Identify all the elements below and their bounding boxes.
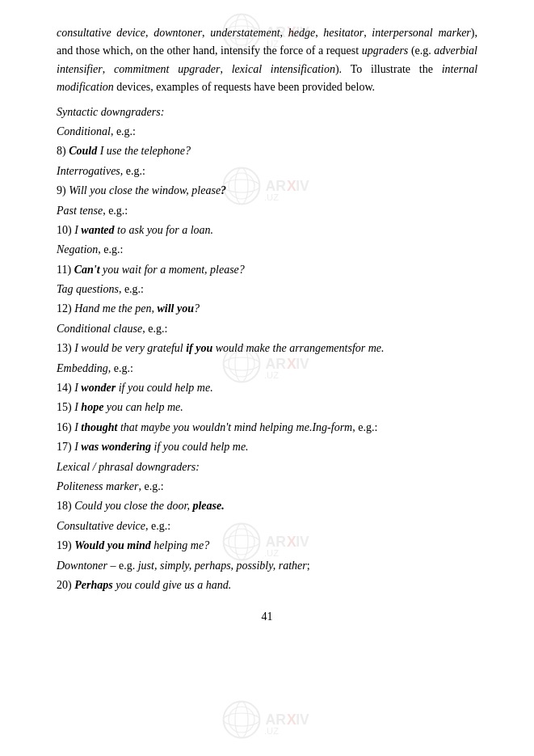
lexical-phrasal-header: Lexical / phrasal downgraders: [57,458,477,476]
bold-please: please. [192,500,224,512]
term-upgraders: upgraders [362,44,409,57]
italic-perhaps: Perhaps [74,579,112,591]
conditional-label: Conditional [57,125,111,137]
consultative-device-header: Consultative device, e.g.: [57,517,477,535]
svg-text:.UZ: .UZ [264,726,279,736]
ex20-rest: you could give us a hand. [116,579,231,591]
ex19-rest: helping me? [153,539,209,551]
term-hedge: hedge [288,27,315,39]
svg-text:X: X [287,712,296,728]
term-consultative: consultative device [57,27,145,39]
lexical-phrasal-label: Lexical / phrasal downgraders: [57,461,200,473]
example-11: 11) Can't you wait for a moment, please? [57,261,477,279]
svg-text:IV: IV [296,712,309,728]
bold-perhaps: Perhaps [74,579,112,591]
italic-could: Could [69,145,97,157]
example-9: 9) Will you close the window, please? [57,182,477,200]
watermark-5: AR X IV .UZ [219,695,316,747]
tag-questions-header: Tag questions, e.g.: [57,281,477,298]
bold-hope: hope [81,401,103,413]
downtoner-examples: just, simply, perhaps, possibly, rather [138,560,307,572]
bold-will-you: will you [157,302,194,315]
example-18: 18) Could you close the door, please. [57,497,477,515]
ex11-text: Can't you wait for a moment, please? [74,264,245,276]
ex12-text: Hand me the pen, will you? [74,302,200,315]
embedding-header: Embedding, e.g.: [57,360,477,378]
term-lexical: lexical intensification [232,63,335,75]
svg-point-32 [223,702,259,738]
bold-could: Could [69,145,97,157]
main-text: consultative device, downtoner, understa… [57,24,477,594]
example-10: 10) I wanted to ask you for a loan. [57,222,477,239]
bold-would-you-mind: Would you mind [74,539,151,551]
ex16-text: I thought that maybe you wouldn't mind h… [74,421,312,433]
example-16: 16) I thought that maybe you wouldn't mi… [57,419,477,437]
ex18-text: Could you close the door, please. [74,500,224,512]
downtoner-label: Downtoner [57,560,107,572]
page-number: 41 [57,610,477,623]
syntactic-label: Syntactic downgraders: [57,106,164,118]
interrogatives-header: Interrogatives, e.g.: [57,163,477,180]
bold-was-wondering: was wondering [81,441,151,453]
term-commitment: commitment upgrader [114,63,220,75]
politeness-marker-label: Politeness marker [57,480,138,492]
ex13-text: I would be very grateful if you would ma… [74,342,384,354]
example-15: 15) I hope you can help me. [57,399,477,416]
example-13: 13) I would be very grateful if you woul… [57,340,477,357]
downtoner-header: Downtoner – e.g. just, simply, perhaps, … [57,557,477,575]
example-8: 8) Could I use the telephone? [57,142,477,160]
negation-label: Negation [57,243,98,256]
ex15-text: I hope you can help me. [74,401,183,413]
bold-cant: Can't [74,264,100,276]
bold-if-you: if you [186,342,212,354]
past-tense-label: Past tense [57,205,103,217]
term-understatement: understatement [210,27,280,39]
example-12: 12) Hand me the pen, will you? [57,300,477,318]
syntactic-downgraders-header: Syntactic downgraders: [57,103,477,121]
svg-point-33 [229,707,254,733]
ex10-text: I wanted to ask you for a loan. [74,224,213,236]
negation-header: Negation, e.g.: [57,241,477,259]
conditional-clause-label: Conditional clause [57,323,142,335]
term-interpersonal: interpersonal marker [372,27,471,39]
example-17: 17) I was wondering if you could help me… [57,438,477,456]
interrogatives-label: Interrogatives [57,165,120,177]
svg-text:AR: AR [265,712,286,728]
ing-form-label: Ing-form [312,421,352,433]
conditional-clause-header: Conditional clause, e.g.: [57,320,477,338]
tag-questions-label: Tag questions [57,283,119,295]
ex9-text: Will you close the window, please? [69,184,226,196]
term-hesitator: hesitator [323,27,364,39]
bold-wonder: wonder [81,382,116,394]
example-20: 20) Perhaps you could give us a hand. [57,577,477,594]
ex8-text: I use the telephone? [100,145,191,157]
embedding-label: Embedding [57,362,108,374]
ex14-text: I wonder if you could help me. [74,382,213,394]
consultative-device-label: Consultative device [57,520,145,532]
svg-point-34 [235,702,248,738]
example-19: 19) Would you mind helping me? [57,537,477,555]
page: AR X IV .UZ AR X IV .UZ AR X IV .UZ [0,0,534,756]
example-14: 14) I wonder if you could help me. [57,379,477,397]
term-downtoner: downtoner [153,27,202,39]
bold-wanted: wanted [81,224,114,236]
politeness-marker-header: Politeness marker, e.g.: [57,478,477,496]
bold-question: ? [221,184,226,196]
past-tense-header: Past tense, e.g.: [57,202,477,220]
ex17-text: I was wondering if you could help me. [74,441,248,453]
bold-thought: thought [81,421,117,433]
svg-point-35 [223,713,259,726]
intro-paragraph: consultative device, downtoner, understa… [57,24,477,97]
conditional-header: Conditional, e.g.: [57,123,477,141]
italic-would-you-mind: Would you mind [74,539,151,551]
